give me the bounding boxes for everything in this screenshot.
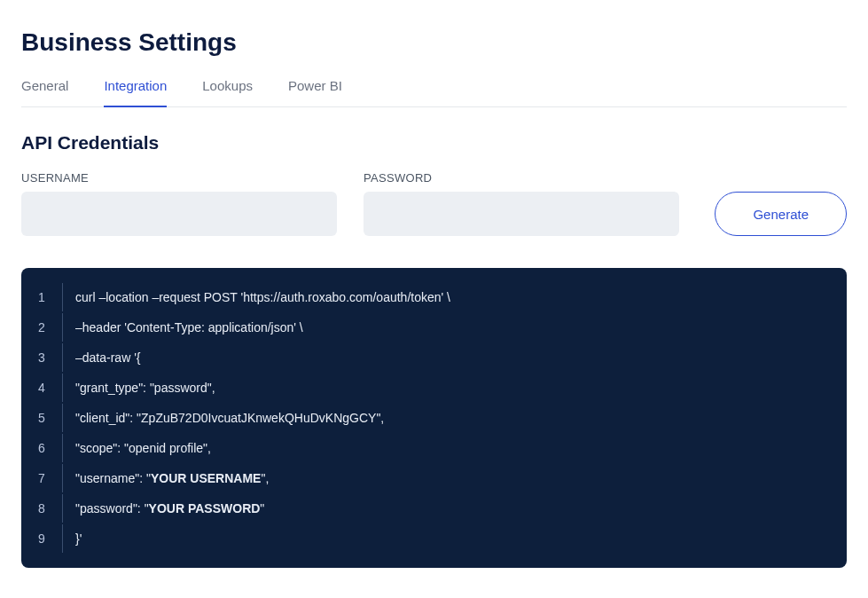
- code-line: 4"grant_type": "password",: [21, 373, 847, 403]
- username-label: USERNAME: [21, 171, 337, 185]
- code-block: 1curl –location –request POST 'https://a…: [21, 268, 847, 568]
- line-number: 6: [21, 441, 62, 455]
- line-content: }': [63, 531, 82, 546]
- tab-lookups[interactable]: Lookups: [202, 78, 253, 107]
- tab-power-bi[interactable]: Power BI: [288, 78, 342, 107]
- line-content: –data-raw '{: [63, 350, 141, 365]
- section-title: API Credentials: [21, 132, 847, 153]
- tab-general[interactable]: General: [21, 78, 68, 107]
- password-field-group: PASSWORD: [364, 171, 679, 236]
- username-field-group: USERNAME: [21, 171, 337, 236]
- code-line: 5"client_id": "ZpZuB72D0IvcuatJKnwekQHuD…: [21, 403, 847, 433]
- line-content: "grant_type": "password",: [63, 381, 215, 395]
- page-title: Business Settings: [21, 28, 847, 57]
- line-number: 3: [21, 350, 62, 365]
- generate-button[interactable]: Generate: [715, 192, 847, 236]
- password-label: PASSWORD: [364, 171, 679, 185]
- username-input[interactable]: [21, 192, 337, 236]
- code-line: 2–header 'Content-Type: application/json…: [21, 312, 847, 342]
- code-line: 1curl –location –request POST 'https://a…: [21, 282, 847, 312]
- line-number: 4: [21, 381, 62, 395]
- code-line: 3–data-raw '{: [21, 342, 847, 373]
- line-content: curl –location –request POST 'https://au…: [63, 290, 450, 304]
- tabs-container: General Integration Lookups Power BI: [21, 78, 847, 107]
- line-number: 8: [21, 501, 62, 515]
- code-line: 9}': [21, 523, 847, 554]
- line-content: "password": "YOUR PASSWORD": [63, 501, 264, 515]
- line-number: 5: [21, 411, 62, 425]
- code-line: 6"scope": "openid profile",: [21, 433, 847, 463]
- credentials-row: USERNAME PASSWORD Generate: [21, 171, 847, 236]
- line-content: "scope": "openid profile",: [63, 441, 211, 455]
- code-line: 8"password": "YOUR PASSWORD": [21, 493, 847, 523]
- line-content: "username": "YOUR USERNAME",: [63, 471, 269, 485]
- tab-integration[interactable]: Integration: [104, 78, 167, 107]
- line-number: 9: [21, 531, 62, 546]
- line-number: 1: [21, 290, 62, 304]
- code-line: 7"username": "YOUR USERNAME",: [21, 463, 847, 493]
- line-content: "client_id": "ZpZuB72D0IvcuatJKnwekQHuDv…: [63, 411, 384, 425]
- password-input[interactable]: [364, 192, 679, 236]
- line-number: 7: [21, 471, 62, 485]
- line-content: –header 'Content-Type: application/json'…: [63, 320, 303, 334]
- line-number: 2: [21, 320, 62, 334]
